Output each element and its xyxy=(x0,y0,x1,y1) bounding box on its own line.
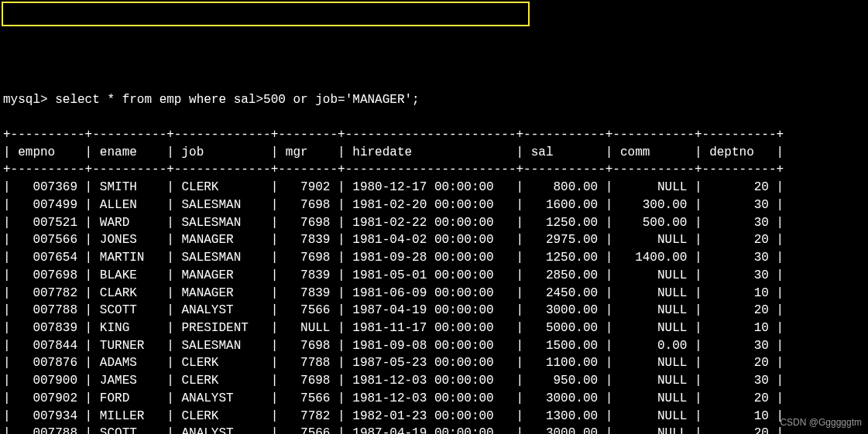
table-output: +----------+----------+-------------+---… xyxy=(3,128,784,434)
watermark: CSDN @Ggggggtm xyxy=(780,416,862,429)
query-highlight-box xyxy=(2,2,530,26)
sql-prompt[interactable]: mysql> select * from emp where sal>500 o… xyxy=(3,91,865,109)
